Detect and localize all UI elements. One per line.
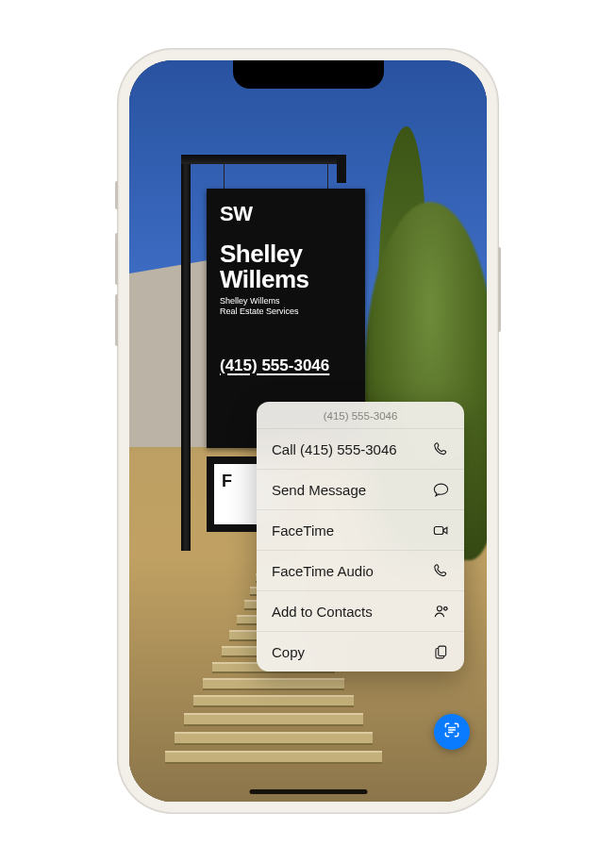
phone-number-context-menu: (415) 555-3046 Call (415) 555-3046 Send …	[257, 402, 464, 671]
menu-item-label: Copy	[272, 644, 305, 660]
menu-item-label: FaceTime	[272, 522, 334, 539]
sign-arm	[181, 155, 346, 164]
message-icon	[431, 480, 450, 499]
svg-point-1	[437, 605, 441, 610]
menu-item-label: Call (415) 555-3046	[272, 441, 397, 457]
volume-up-button	[115, 233, 118, 285]
phone-icon	[431, 561, 450, 580]
sign-sub-line1: Shelley Willems	[220, 296, 280, 306]
sign-post	[181, 155, 191, 551]
live-text-icon	[442, 721, 461, 743]
copy-icon	[431, 642, 450, 661]
home-indicator[interactable]	[249, 789, 367, 794]
sign-sub-line2: Real Estate Services	[220, 307, 299, 316]
volume-down-button	[115, 294, 118, 346]
iphone-frame: SW Shelley Willems Shelley Willems Real …	[118, 49, 498, 813]
notch	[233, 60, 384, 89]
sign-name-line2: Willems	[220, 265, 309, 293]
sign-name-line1: Shelley	[220, 240, 303, 268]
menu-item-label: Add to Contacts	[272, 604, 373, 620]
svg-rect-3	[438, 646, 445, 655]
mute-switch	[115, 181, 118, 209]
video-icon	[431, 521, 450, 539]
menu-item-add-to-contacts[interactable]: Add to Contacts	[257, 591, 464, 632]
menu-item-label: FaceTime Audio	[272, 563, 374, 579]
menu-item-send-message[interactable]: Send Message	[257, 470, 464, 510]
secondary-sign-letter: F	[222, 472, 232, 491]
sign-logo: SW	[220, 202, 352, 226]
menu-item-facetime-audio[interactable]: FaceTime Audio	[257, 551, 464, 591]
sign-phone-number[interactable]: (415) 555-3046	[220, 356, 352, 375]
menu-item-label: Send Message	[272, 482, 366, 498]
add-contact-icon	[431, 602, 450, 621]
menu-item-copy[interactable]: Copy	[257, 632, 464, 671]
menu-item-call[interactable]: Call (415) 555-3046	[257, 429, 464, 470]
screen: SW Shelley Willems Shelley Willems Real …	[129, 60, 487, 802]
phone-icon	[431, 439, 450, 458]
menu-item-facetime[interactable]: FaceTime	[257, 510, 464, 551]
menu-header-number: (415) 555-3046	[257, 402, 464, 429]
power-button	[498, 247, 501, 332]
svg-rect-0	[434, 526, 443, 534]
live-text-button[interactable]	[434, 714, 470, 750]
